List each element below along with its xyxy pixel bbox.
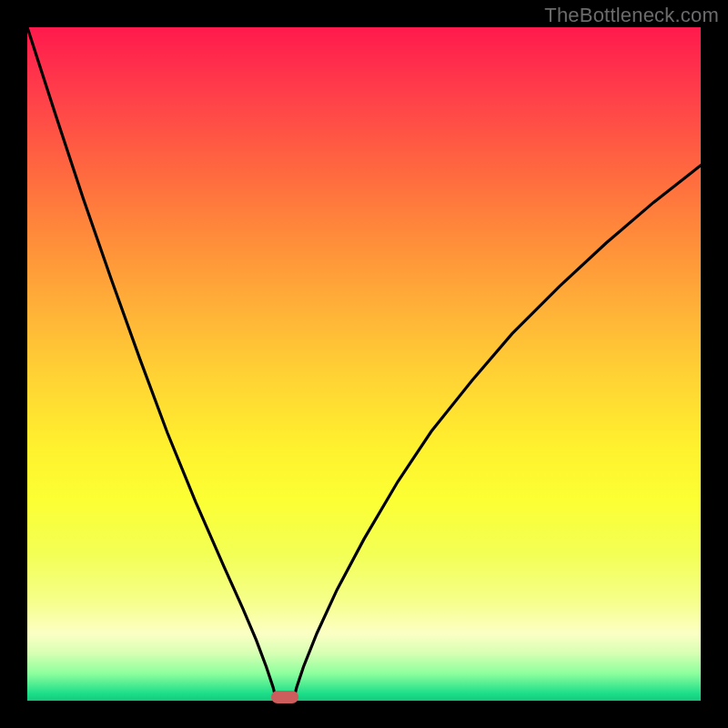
chart-frame: TheBottleneck.com — [0, 0, 728, 728]
bottleneck-curve — [27, 27, 701, 701]
plot-area — [27, 27, 701, 701]
watermark-text: TheBottleneck.com — [544, 4, 719, 27]
optimum-marker — [271, 691, 298, 703]
